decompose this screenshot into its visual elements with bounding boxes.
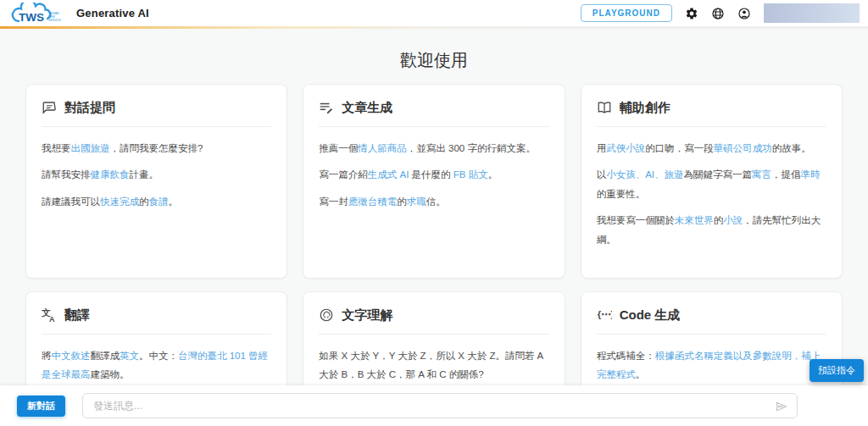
card-header: 對話提問 <box>42 98 271 127</box>
code-braces-icon: {⋯} <box>597 307 612 323</box>
prompt-text: 是什麼的 <box>409 169 453 180</box>
prompt-text: ，提倡 <box>771 169 801 180</box>
settings-gear-icon[interactable] <box>685 7 698 20</box>
prompt-keyword-link[interactable]: 生成式 AI <box>368 169 409 180</box>
prompt-keyword-link[interactable]: 中文敘述 <box>52 351 91 361</box>
prompt-keyword-link[interactable]: 小女孩、AI、旅遊 <box>606 169 683 180</box>
card-title: 對話提問 <box>64 98 115 116</box>
prompt-example[interactable]: 推薦一個情人節商品，並寫出 300 字的行銷文案。 <box>319 127 548 158</box>
prompt-example[interactable]: 請建議我可以快速完成的食譜。 <box>42 185 271 211</box>
prompt-keyword-link[interactable]: 武俠小說 <box>606 143 645 153</box>
prompt-example[interactable]: 如果 X 大於 Y，Y 大於 Z，所以 X 大於 Z。請問若 A 大於 B，B … <box>319 335 548 385</box>
prompt-text: 的 <box>397 196 407 207</box>
prompt-text: 請幫我安排 <box>42 169 91 180</box>
prompt-example[interactable]: 請幫我安排健康飲食計畫。 <box>42 158 271 184</box>
prompt-example[interactable]: 程式碼補全：根據函式名稱定義以及參數說明，補上完整程式。 <box>597 335 826 385</box>
prompt-keyword-link[interactable]: 準時 <box>801 169 821 180</box>
account-icon[interactable] <box>737 7 751 20</box>
prompt-keyword-link[interactable]: 英文 <box>120 351 139 361</box>
prompt-keyword-link[interactable]: 未來世界 <box>675 215 714 225</box>
prompt-keyword-link[interactable]: 出國旅遊 <box>71 143 110 153</box>
send-icon[interactable] <box>775 400 788 413</box>
edit-note-icon <box>319 100 334 115</box>
prompt-text: 信。 <box>426 196 446 207</box>
main-content: 歡迎使用 對話提問我想要出國旅遊，請問我要怎麼安排?請幫我安排健康飲食計畫。請建… <box>0 29 868 426</box>
prompt-text: 請建議我可以 <box>42 196 100 207</box>
app-title: Generative AI <box>76 7 149 19</box>
prompt-text: 建築物。 <box>91 369 130 379</box>
card-title: 文字理解 <box>342 306 392 324</box>
prompt-text: 的 <box>139 196 149 207</box>
card-title: 翻譯 <box>64 306 90 324</box>
card-header: 輔助創作 <box>597 98 826 127</box>
top-bar: TWS TAIWAN WEB SERVICE Generative AI PLA… <box>0 0 868 26</box>
playground-button[interactable]: PLAYGROUND <box>581 4 672 22</box>
prompt-keyword-link[interactable]: FB 貼文 <box>453 169 488 180</box>
prompt-text: 計畫。 <box>130 169 159 180</box>
prompt-text: ，並寫出 300 字的行銷文案。 <box>407 143 536 153</box>
prompt-keyword-link[interactable]: 華碩公司成功 <box>714 143 772 153</box>
prompt-text: 寫一封 <box>319 196 348 207</box>
svg-text:SERVICE: SERVICE <box>48 18 62 21</box>
prompt-text: 。 <box>636 369 646 379</box>
username-redacted-block <box>764 3 860 23</box>
prompt-text: 寫一篇介紹 <box>319 169 368 180</box>
card-header: 文字理解 <box>319 306 548 335</box>
svg-text:A: A <box>49 315 55 323</box>
tws-cloud-logo-icon: TWS TAIWAN WEB SERVICE <box>8 3 64 25</box>
svg-text:{⋯}: {⋯} <box>597 309 611 319</box>
prompt-example[interactable]: 我想要出國旅遊，請問我要怎麼安排? <box>42 127 271 158</box>
prompt-example[interactable]: 寫一封應徵台積電的求職信。 <box>319 185 548 211</box>
generative-ai-app: TWS TAIWAN WEB SERVICE Generative AI PLA… <box>0 0 868 426</box>
prompt-text: 用 <box>597 143 607 153</box>
prompt-keyword-link[interactable]: 寓言 <box>752 169 771 180</box>
prompt-text: 的口吻，寫一段 <box>645 143 714 153</box>
prompt-example[interactable]: 以小女孩、AI、旅遊為關鍵字寫一篇寓言，提倡準時的重要性。 <box>597 158 826 203</box>
preset-commands-button[interactable]: 預設指令 <box>810 359 864 382</box>
prompt-text: ，請問我要怎麼安排? <box>110 143 203 153</box>
card-article: 文章生成推薦一個情人節商品，並寫出 300 字的行銷文案。寫一篇介紹生成式 AI… <box>303 84 565 279</box>
message-bar: 新對話 <box>0 385 868 426</box>
header-controls: PLAYGROUND <box>581 3 860 23</box>
card-header: 文章生成 <box>319 98 548 127</box>
prompt-text: 將 <box>42 351 52 361</box>
card-header: {⋯}Code 生成 <box>597 306 826 335</box>
prompt-text: 以 <box>597 169 607 180</box>
prompt-keyword-link[interactable]: 求職 <box>407 196 426 207</box>
language-globe-icon[interactable] <box>711 7 725 20</box>
logo-brand-text: TWS <box>19 10 44 23</box>
prompt-text: 我想要 <box>42 143 71 153</box>
prompt-text: 。中文： <box>139 351 178 361</box>
card-dialogue: 對話提問我想要出國旅遊，請問我要怎麼安排?請幫我安排健康飲食計畫。請建議我可以快… <box>25 84 287 279</box>
prompt-text: 。 <box>488 169 498 180</box>
prompt-text: 。 <box>169 196 179 207</box>
prompt-keyword-link[interactable]: 快速完成 <box>100 196 139 207</box>
prompt-keyword-link[interactable]: 情人節商品 <box>358 143 407 153</box>
translate-icon: 文A <box>42 307 57 323</box>
header-accent-strip <box>0 26 868 29</box>
card-creative: 輔助創作用武俠小說的口吻，寫一段華碩公司成功的故事。以小女孩、AI、旅遊為關鍵字… <box>581 84 843 279</box>
prompt-keyword-link[interactable]: 小說 <box>723 215 743 225</box>
prompt-example[interactable]: 我想要寫一個關於未來世界的小說，請先幫忙列出大綱。 <box>597 203 826 249</box>
new-chat-button[interactable]: 新對話 <box>17 396 65 417</box>
tws-logo[interactable]: TWS TAIWAN WEB SERVICE <box>8 3 64 25</box>
prompt-text: 程式碼補全： <box>597 351 655 361</box>
card-title: 文章生成 <box>342 98 392 116</box>
prompt-keyword-link[interactable]: 應徵台積電 <box>348 196 398 207</box>
prompt-text: 的故事。 <box>772 143 811 153</box>
prompt-keyword-link[interactable]: 健康飲食 <box>91 169 130 180</box>
prompt-example[interactable]: 寫一篇介紹生成式 AI 是什麼的 FB 貼文。 <box>319 158 548 184</box>
prompt-text: 翻譯成 <box>91 351 120 361</box>
card-grid: 對話提問我想要出國旅遊，請問我要怎麼安排?請幫我安排健康飲食計畫。請建議我可以快… <box>25 84 843 426</box>
prompt-text: 我想要寫一個關於 <box>597 215 675 225</box>
card-title: 輔助創作 <box>620 98 670 116</box>
prompt-text: 推薦一個 <box>319 143 358 153</box>
welcome-heading: 歡迎使用 <box>0 50 868 70</box>
prompt-example[interactable]: 將中文敘述翻譯成英文。中文：台灣的臺北 101 曾經是全球最高建築物。 <box>42 335 271 385</box>
book-icon <box>597 100 612 115</box>
message-input-wrap <box>82 393 798 418</box>
prompt-example[interactable]: 用武俠小說的口吻，寫一段華碩公司成功的故事。 <box>597 127 826 158</box>
prompt-keyword-link[interactable]: 食譜 <box>149 196 169 207</box>
message-input[interactable] <box>83 400 797 412</box>
chat-icon <box>42 100 57 115</box>
